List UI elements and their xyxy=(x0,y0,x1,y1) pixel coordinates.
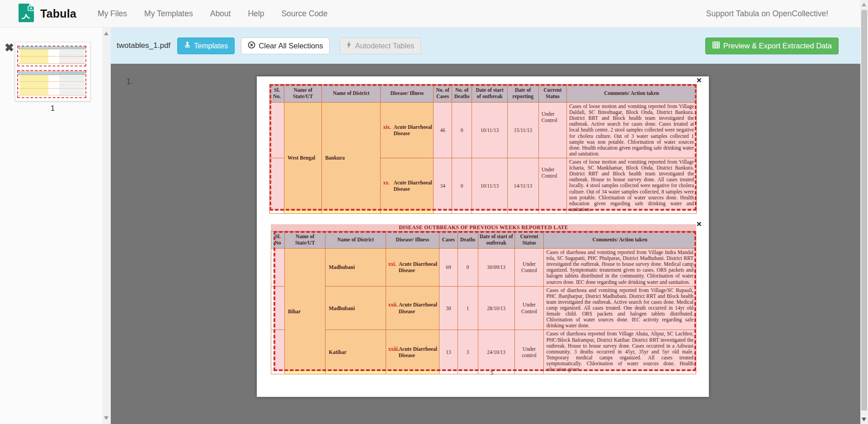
table-2-title: DISEASE OUTBREAKS OF PREVIOUS WEEKS REPO… xyxy=(271,224,696,231)
lightning-bolt-icon xyxy=(346,41,352,50)
page-marker: 1. xyxy=(127,78,132,86)
page-thumbnail-sidebar: ✖ 1 xyxy=(0,28,111,424)
templates-button[interactable]: Templates xyxy=(177,38,235,54)
navbar: Tabula My Files My Templates About Help … xyxy=(0,0,868,28)
toolbar: twotables_1.pdf Templates Clear All Sele… xyxy=(111,28,860,64)
nav-my-files[interactable]: My Files xyxy=(89,9,136,19)
window-scrollbar[interactable] xyxy=(860,0,868,424)
scroll-down-icon[interactable] xyxy=(862,418,866,421)
pdf-table-2: DISEASE OUTBREAKS OF PREVIOUS WEEKS REPO… xyxy=(271,224,696,374)
thumbnail-selection-2 xyxy=(17,70,86,98)
app-title: Tabula xyxy=(40,7,76,20)
pdf-page-canvas[interactable]: Sl. No. Name of State/UT Name of Distric… xyxy=(257,76,709,397)
scroll-up-icon[interactable] xyxy=(862,3,866,6)
nav-links: My Files My Templates About Help Source … xyxy=(89,9,336,19)
table-selection-1[interactable] xyxy=(269,84,697,211)
selection-1-close-button[interactable]: ✕ xyxy=(696,76,702,85)
brand-link[interactable]: Tabula xyxy=(17,2,76,25)
nav-help[interactable]: Help xyxy=(239,9,273,19)
nav-source-code[interactable]: Source Code xyxy=(273,9,336,19)
nav-my-templates[interactable]: My Templates xyxy=(136,9,202,19)
clear-all-selections-button[interactable]: Clear All Selections xyxy=(241,38,330,54)
document-filename: twotables_1.pdf xyxy=(117,41,170,50)
page-thumbnail[interactable] xyxy=(15,42,90,101)
circle-x-icon xyxy=(248,41,255,51)
scrollbar-thumb[interactable] xyxy=(861,10,867,410)
scroll-down-icon[interactable] xyxy=(104,416,108,420)
tabula-pdf-lock-icon xyxy=(17,2,36,25)
table-grid-icon xyxy=(712,41,720,51)
selection-2-close-button[interactable]: ✕ xyxy=(696,220,702,228)
pdf-table-1: Sl. No. Name of State/UT Name of Distric… xyxy=(269,84,697,214)
preview-export-button[interactable]: Preview & Export Extracted Data xyxy=(705,38,839,54)
autodetect-tables-button[interactable]: Autodetect Tables xyxy=(340,38,421,54)
table-selection-2[interactable] xyxy=(274,231,696,371)
stamp-icon xyxy=(184,42,191,50)
scroll-up-icon[interactable] xyxy=(104,32,108,35)
support-link[interactable]: Support Tabula on OpenCollective! xyxy=(706,9,828,19)
sidebar-scrollbar[interactable] xyxy=(102,28,111,424)
thumbnail-page-number: 1 xyxy=(15,104,90,113)
thumbnail-selection-1 xyxy=(17,46,86,66)
remove-page-button[interactable]: ✖ xyxy=(5,42,14,53)
nav-about[interactable]: About xyxy=(202,9,240,19)
workspace: 1. Sl. No. Name of State/UT Name of Dist… xyxy=(111,64,860,424)
